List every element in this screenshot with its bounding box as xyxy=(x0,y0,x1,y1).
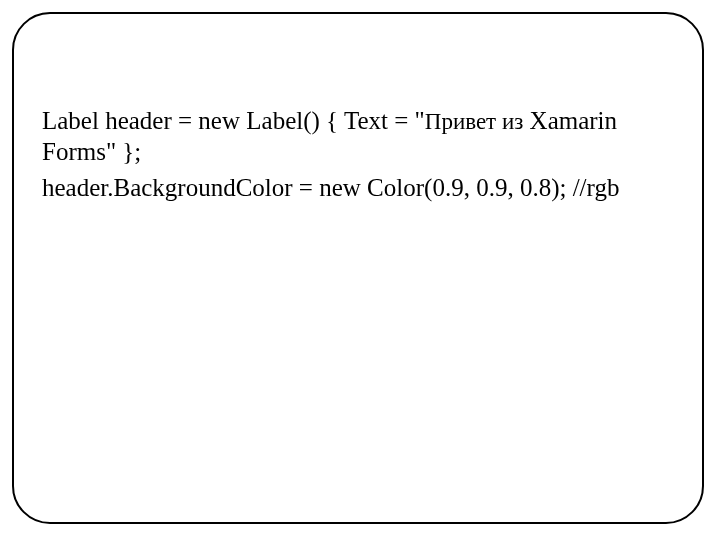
code-line-2: header.BackgroundColor = new Color(0.9, … xyxy=(42,173,666,204)
code-text: Label header = new Label() { Text = " xyxy=(42,107,425,134)
code-text: header.BackgroundColor = new Color(0.9, … xyxy=(42,174,619,201)
code-line-1: Label header = new Label() { Text = "При… xyxy=(42,106,666,167)
slide-frame: Label header = new Label() { Text = "При… xyxy=(12,12,704,524)
code-text-cyrillic: Привет из xyxy=(425,109,524,134)
